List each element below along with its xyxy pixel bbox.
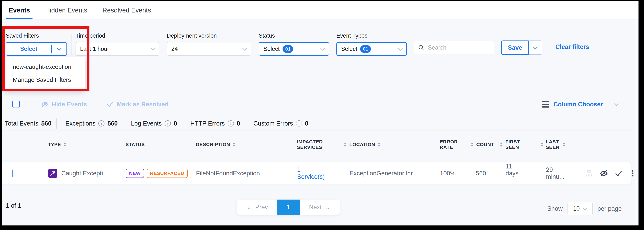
deployment-version-group: Deployment version 24 [167, 32, 251, 56]
next-button[interactable]: Next → [300, 199, 340, 215]
header-error-rate[interactable]: ERROR RATE [418, 139, 455, 150]
events-page: Events Hidden Events Resolved Events Sav… [0, 0, 644, 230]
stat-log-events: Log Events 0 [131, 120, 177, 127]
stat-exceptions: Exceptions 560 [65, 120, 118, 127]
scroll-gutter [635, 20, 638, 230]
row-actions [566, 169, 636, 177]
event-types-value: Select [341, 46, 357, 52]
prev-button[interactable]: ← Prev [237, 199, 277, 215]
custom-errors-value: 0 [305, 120, 308, 127]
add-to-chart-icon[interactable] [585, 169, 593, 177]
sort-icon[interactable] [378, 143, 380, 147]
sort-icon[interactable] [344, 143, 347, 147]
sort-icon[interactable] [471, 143, 474, 147]
header-error-rate-label: ERROR RATE [440, 139, 458, 150]
status-badge-new: NEW [126, 169, 144, 178]
search-input[interactable] [428, 44, 490, 51]
page-summary: 1 of 1 [6, 202, 21, 209]
stat-http-errors: HTTP Errors 0 [190, 120, 240, 127]
sort-icon[interactable] [562, 143, 565, 147]
time-period-select[interactable]: Last 1 hour [76, 42, 159, 56]
time-period-value: Last 1 hour [80, 46, 152, 52]
tab-resolved-events[interactable]: Resolved Events [102, 7, 151, 14]
header-description[interactable]: DESCRIPTION [179, 142, 280, 147]
sort-icon[interactable] [540, 143, 543, 147]
header-count[interactable]: COUNT [455, 142, 484, 147]
cell-first-seen: 11 days ... [484, 163, 525, 184]
header-impacted-services[interactable]: IMPACTED SERVICES [280, 139, 328, 150]
search-icon [418, 44, 424, 51]
divider [0, 131, 631, 131]
search-group [414, 41, 494, 54]
header-location-label: LOCATION [349, 142, 375, 147]
type-value[interactable]: Caught Excepti... [61, 170, 108, 177]
saved-filters-dropdown: new-caught-exception Manage Saved Filter… [4, 56, 85, 90]
status-value: Select [264, 46, 280, 52]
log-events-value: 0 [174, 120, 177, 127]
http-errors-label: HTTP Errors [190, 120, 225, 127]
tabs-bar: Events Hidden Events Resolved Events [2, 1, 638, 20]
info-icon[interactable] [165, 120, 171, 126]
cell-description[interactable]: FileNotFoundException [179, 170, 280, 177]
page-size-control: Show 10 per page [547, 202, 622, 215]
dropdown-item-manage-saved-filters[interactable]: Manage Saved Filters [4, 76, 85, 83]
table-row: Caught Excepti... NEW RESURFACED FileNot… [2, 162, 631, 185]
cell-count: 560 [456, 170, 484, 177]
page-size-value: 10 [573, 205, 580, 212]
http-errors-value: 0 [237, 120, 240, 127]
impacted-services-link[interactable]: 1 Service(s) [297, 166, 328, 180]
chevron-down-icon[interactable] [56, 46, 62, 51]
header-type-label: TYPE [48, 142, 61, 147]
page-1-button[interactable]: 1 [277, 199, 300, 215]
tab-hidden-events[interactable]: Hidden Events [45, 7, 87, 14]
header-first-seen-label: FIRST SEEN [506, 139, 525, 150]
info-icon[interactable] [228, 120, 234, 126]
save-button[interactable]: Save [501, 41, 528, 55]
select-all-checkbox[interactable] [12, 101, 20, 108]
cell-error-rate: 100% [418, 170, 456, 177]
sort-icon[interactable] [64, 143, 66, 147]
header-last-seen[interactable]: LAST SEEN [525, 139, 565, 150]
stats-bar: Total Events 560 Exceptions 560 Log Even… [5, 119, 322, 128]
status-select[interactable]: Select 01 [259, 42, 329, 56]
saved-filters-select[interactable]: Select [6, 42, 67, 56]
hide-events-button[interactable]: Hide Events [41, 101, 87, 108]
search-box [414, 41, 494, 54]
deployment-version-select[interactable]: 24 [167, 42, 251, 56]
event-types-select[interactable]: Select 01 [336, 42, 407, 56]
chevron-down-icon [151, 46, 156, 51]
resolve-event-icon[interactable] [614, 169, 623, 177]
table-header: TYPE STATUS DESCRIPTION IMPACTED SERVICE… [2, 137, 631, 152]
mark-resolved-label: Mark as Resolved [117, 101, 169, 108]
clear-filters-link[interactable]: Clear filters [555, 43, 589, 50]
sort-icon[interactable] [500, 143, 503, 147]
header-status-label: STATUS [126, 142, 145, 147]
chevron-down-icon [533, 45, 538, 49]
mark-resolved-button[interactable]: Mark as Resolved [106, 101, 169, 108]
column-chooser-button[interactable]: Column Chooser [542, 97, 618, 112]
hide-event-icon[interactable] [600, 169, 608, 177]
arrow-right-icon: → [324, 204, 330, 211]
prev-label: Prev [255, 204, 268, 211]
divider [71, 34, 72, 55]
divider [56, 118, 56, 129]
sort-icon[interactable] [233, 143, 236, 147]
header-type[interactable]: TYPE [31, 142, 108, 147]
header-status[interactable]: STATUS [108, 142, 179, 147]
save-dropdown-button[interactable] [528, 41, 542, 55]
time-period-group: Time period Last 1 hour [76, 32, 159, 56]
row-checkbox[interactable] [12, 169, 14, 177]
status-label: Status [259, 32, 329, 39]
header-last-seen-label: LAST SEEN [546, 139, 560, 150]
header-location[interactable]: LOCATION [328, 142, 418, 147]
dropdown-item-saved-filter[interactable]: new-caught-exception [4, 64, 85, 70]
info-icon[interactable] [98, 120, 104, 126]
saved-filters-group: Saved Filters Select [6, 32, 67, 56]
cell-location: ExceptionGenerator.thr... [328, 170, 418, 177]
log-events-label: Log Events [131, 120, 162, 127]
header-first-seen[interactable]: FIRST SEEN [484, 139, 525, 150]
cell-status: NEW RESURFACED [108, 169, 179, 178]
info-icon[interactable] [296, 120, 302, 126]
page-size-select[interactable]: 10 [568, 202, 592, 215]
tab-events[interactable]: Events [9, 7, 30, 14]
